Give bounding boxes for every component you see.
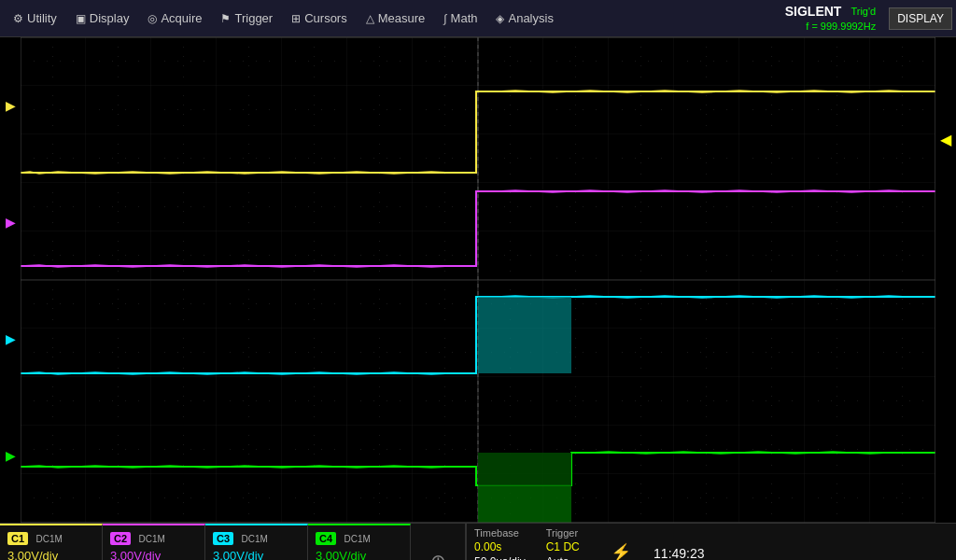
ch2-volts: 3.00V/div bbox=[110, 549, 197, 560]
brand-area: SIGLENT Trig'd f = 999.9992Hz bbox=[785, 3, 883, 33]
menu-math[interactable]: ∫ Math bbox=[434, 7, 486, 29]
menu-measure[interactable]: △ Measure bbox=[357, 7, 435, 29]
trigger-mode: Auto bbox=[546, 555, 588, 560]
ch4-coupling: DC1M bbox=[344, 534, 371, 544]
menu-display[interactable]: ▣ Display bbox=[66, 7, 139, 29]
right-panel: ◀ bbox=[935, 37, 956, 523]
display-button[interactable]: DISPLAY bbox=[889, 7, 952, 30]
ch4-block[interactable]: C4 DC1M 3.00V/div -8.55V 1X bbox=[308, 524, 411, 560]
ch3-label: C3 bbox=[213, 532, 233, 545]
menu-bar: ⚙ Utility ▣ Display ◎ Acquire ⚑ Trigger … bbox=[0, 0, 956, 37]
math-icon: ∫ bbox=[443, 12, 446, 25]
utility-icon: ⚙ bbox=[13, 12, 23, 25]
add-channel-icon: ⊕ bbox=[430, 550, 446, 560]
svg-rect-15 bbox=[478, 453, 571, 485]
ch1-arrow: ▶ bbox=[6, 99, 16, 112]
ch1-block[interactable]: C1 DC1M 3.00V/div 8.95V 1X bbox=[0, 524, 103, 560]
ch3-volts: 3.00V/div bbox=[213, 549, 300, 560]
trigger-icon: ⚑ bbox=[220, 12, 231, 25]
bottom-bar: C1 DC1M 3.00V/div 8.95V 1X C2 DC1M 3.00V… bbox=[0, 523, 956, 560]
ch2-label: C2 bbox=[110, 532, 131, 545]
ch3-coupling: DC1M bbox=[242, 534, 268, 544]
ch2-block[interactable]: C2 DC1M 3.00V/div 3.95V 1X bbox=[103, 524, 205, 560]
ch1-coupling: DC1M bbox=[36, 534, 63, 544]
timebase-div: 50.0us/div bbox=[474, 555, 527, 560]
svg-rect-16 bbox=[478, 485, 571, 523]
menu-cursors[interactable]: ⊞ Cursors bbox=[282, 7, 357, 29]
analysis-icon: ◈ bbox=[496, 12, 504, 25]
math-area: ⊕ bbox=[411, 524, 466, 560]
info-panel: Timebase 0.00s 50.0us/div 1.25Mpts 2.50G… bbox=[467, 524, 956, 560]
timestamp-time: 11:49:23 bbox=[654, 546, 705, 561]
waveform-display bbox=[21, 37, 935, 523]
ch4-label: C4 bbox=[316, 532, 336, 545]
trigger-label: Trigger bbox=[546, 527, 588, 539]
measure-icon: △ bbox=[366, 12, 374, 25]
ch1-label: C1 bbox=[7, 532, 28, 545]
menu-utility[interactable]: ⚙ Utility bbox=[4, 7, 66, 29]
ch4-arrow: ▶ bbox=[6, 449, 16, 462]
ch2-coupling: DC1M bbox=[139, 534, 165, 544]
timebase-offset: 0.00s bbox=[474, 540, 527, 553]
usb-icon: ⚡ bbox=[611, 542, 631, 561]
device-icons-area: ⚡ ⊡ bbox=[607, 527, 635, 560]
timebase-col: Timebase 0.00s 50.0us/div 1.25Mpts 2.50G… bbox=[474, 527, 527, 560]
trigger-col: Trigger C1 DC Auto -50.0mV Edge Rising bbox=[546, 527, 588, 560]
menu-acquire[interactable]: ◎ Acquire bbox=[138, 7, 211, 29]
timebase-label: Timebase bbox=[474, 527, 527, 539]
cursors-icon: ⊞ bbox=[291, 12, 301, 25]
svg-rect-14 bbox=[478, 297, 571, 373]
ch2-arrow: ▶ bbox=[6, 216, 16, 229]
main-scope-area: ▶ ▶ ▶ ▶ bbox=[0, 37, 956, 523]
channel-settings: C1 DC1M 3.00V/div 8.95V 1X C2 DC1M 3.00V… bbox=[0, 524, 467, 560]
display-icon: ▣ bbox=[76, 12, 86, 25]
acquire-icon: ◎ bbox=[148, 12, 157, 25]
menu-trigger[interactable]: ⚑ Trigger bbox=[211, 7, 282, 29]
ch1-volts: 3.00V/div bbox=[7, 549, 94, 560]
trigger-source: C1 DC bbox=[546, 540, 588, 553]
timestamp-area: 11:49:23 2019/7/3 bbox=[654, 527, 712, 560]
scope-canvas bbox=[21, 37, 935, 523]
menu-analysis[interactable]: ◈ Analysis bbox=[486, 7, 562, 29]
channel-indicators: ▶ ▶ ▶ ▶ bbox=[0, 37, 21, 523]
ch3-block[interactable]: C3 DC1M 3.00V/div -1.65V 1X bbox=[205, 524, 308, 560]
ch4-volts: 3.00V/div bbox=[316, 549, 402, 560]
ch3-arrow: ▶ bbox=[6, 332, 16, 345]
trigger-level-arrow: ◀ bbox=[940, 131, 951, 148]
